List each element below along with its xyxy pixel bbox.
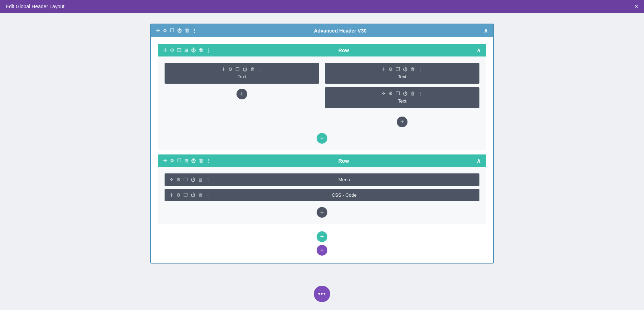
add-element-row2-button[interactable]: +	[317, 207, 327, 218]
el3-trash-icon[interactable]: 🗑	[410, 91, 415, 96]
row1-trash-icon[interactable]: 🗑	[199, 48, 203, 53]
text-element-1-label: Text	[170, 74, 314, 79]
text-element-2-toolbar: ✛ ⚙ ❐ ⏻ 🗑 ⋮	[330, 67, 474, 72]
main-content: ✛ ⚙ ❐ ⏻ 🗑 ⋮ Advanced Header V30 ∧ ✛	[0, 13, 644, 310]
el2-move-icon[interactable]: ✛	[382, 67, 386, 72]
css-copy-icon[interactable]: ❐	[184, 192, 188, 198]
copy-icon[interactable]: ❐	[170, 28, 174, 33]
add-element-row2-btn-row: +	[165, 207, 479, 218]
menu-power-icon[interactable]: ⏻	[191, 177, 195, 182]
row1-move-icon[interactable]: ✛	[163, 48, 167, 53]
menu-element: ✛ ⚙ ❐ ⏻ 🗑 ⋮ Menu	[165, 173, 479, 186]
row1-copy-icon[interactable]: ❐	[177, 48, 181, 53]
row2-title: Row	[211, 158, 477, 164]
text-element-3: ✛ ⚙ ❐ ⏻ 🗑 ⋮ Text	[325, 87, 479, 108]
el1-power-icon[interactable]: ⏻	[243, 67, 247, 72]
advanced-header-title: Advanced Header V30	[197, 28, 484, 34]
row2-columns-icon[interactable]: ⊞	[184, 158, 188, 163]
row2-gear-icon[interactable]: ⚙	[170, 158, 174, 163]
el3-copy-icon[interactable]: ❐	[396, 91, 400, 96]
menu-trash-icon[interactable]: 🗑	[198, 177, 203, 182]
text-element-1: ✛ ⚙ ❐ ⏻ 🗑 ⋮ Text	[165, 63, 319, 84]
row2-collapse-button[interactable]: ∧	[477, 157, 481, 164]
row-block-2: ✛ ⚙ ❐ ⊞ ⏻ 🗑 ⋮ Row ∧	[158, 154, 486, 224]
collapse-advanced-header-button[interactable]: ∧	[484, 27, 488, 34]
row2-move-icon[interactable]: ✛	[163, 158, 167, 163]
trash-icon[interactable]: 🗑	[185, 28, 189, 33]
el1-copy-icon[interactable]: ❐	[235, 67, 240, 72]
add-btn-row-col-right: +	[325, 117, 479, 127]
add-element-col-right-button[interactable]: +	[397, 117, 408, 127]
el1-move-icon[interactable]: ✛	[221, 67, 225, 72]
text-element-3-toolbar: ✛ ⚙ ❐ ⏻ 🗑 ⋮	[330, 91, 474, 96]
text-element-1-toolbar: ✛ ⚙ ❐ ⏻ 🗑 ⋮	[170, 67, 314, 72]
row1-gear-icon[interactable]: ⚙	[170, 48, 174, 53]
row1-col-left: ✛ ⚙ ❐ ⏻ 🗑 ⋮ Text	[165, 63, 319, 127]
gear-icon[interactable]: ⚙	[163, 28, 167, 33]
row1-power-icon[interactable]: ⏻	[191, 48, 196, 53]
row1-icons: ✛ ⚙ ❐ ⊞ ⏻ 🗑 ⋮	[163, 48, 211, 53]
more-options-button[interactable]: •••	[314, 286, 330, 302]
el1-trash-icon[interactable]: 🗑	[250, 67, 255, 72]
bottom-buttons: + +	[158, 228, 486, 256]
menu-more-icon[interactable]: ⋮	[206, 177, 210, 182]
row1-two-col: ✛ ⚙ ❐ ⏻ 🗑 ⋮ Text	[165, 63, 479, 127]
row2-header: ✛ ⚙ ❐ ⊞ ⏻ 🗑 ⋮ Row ∧	[158, 154, 486, 167]
menu-element-toolbar: ✛ ⚙ ❐ ⏻ 🗑 ⋮	[170, 177, 210, 182]
css-gear-icon[interactable]: ⚙	[176, 192, 181, 198]
css-element-toolbar: ✛ ⚙ ❐ ⏻ 🗑 ⋮	[170, 192, 210, 198]
text-element-3-label: Text	[330, 98, 474, 104]
el2-more-icon[interactable]: ⋮	[418, 67, 423, 72]
row1-more-icon[interactable]: ⋮	[206, 48, 211, 53]
css-power-icon[interactable]: ⏻	[191, 192, 195, 198]
close-button[interactable]: ×	[634, 3, 638, 10]
row2-copy-icon[interactable]: ❐	[177, 158, 181, 163]
el2-gear-icon[interactable]: ⚙	[389, 67, 393, 72]
row2-icons: ✛ ⚙ ❐ ⊞ ⏻ 🗑 ⋮	[163, 158, 211, 163]
add-section-button[interactable]: +	[317, 245, 327, 256]
el3-move-icon[interactable]: ✛	[382, 91, 386, 96]
el1-more-icon[interactable]: ⋮	[258, 67, 262, 72]
css-move-icon[interactable]: ✛	[170, 192, 174, 198]
el2-copy-icon[interactable]: ❐	[396, 67, 400, 72]
el3-gear-icon[interactable]: ⚙	[389, 91, 393, 96]
css-trash-icon[interactable]: 🗑	[198, 192, 203, 198]
add-element-col-left-button[interactable]: +	[236, 89, 247, 99]
add-btn-row-col-left: +	[165, 89, 319, 99]
layout-container: ✛ ⚙ ❐ ⏻ 🗑 ⋮ Advanced Header V30 ∧ ✛	[150, 24, 494, 302]
row2-power-icon[interactable]: ⏻	[191, 158, 196, 163]
el3-more-icon[interactable]: ⋮	[418, 91, 423, 96]
more-icon[interactable]: ⋮	[192, 28, 197, 33]
advanced-header-bar: ✛ ⚙ ❐ ⏻ 🗑 ⋮ Advanced Header V30 ∧	[151, 24, 493, 37]
row1-columns-icon[interactable]: ⊞	[184, 48, 188, 53]
menu-move-icon[interactable]: ✛	[170, 177, 174, 182]
add-col-btn-row: +	[165, 133, 479, 144]
row1-collapse-button[interactable]: ∧	[477, 47, 481, 54]
advanced-header-content: ✛ ⚙ ❐ ⊞ ⏻ 🗑 ⋮ Row ∧	[151, 37, 493, 263]
menu-gear-icon[interactable]: ⚙	[176, 177, 181, 182]
add-row-button[interactable]: +	[317, 231, 327, 242]
power-icon[interactable]: ⏻	[177, 28, 182, 33]
css-code-element: ✛ ⚙ ❐ ⏻ 🗑 ⋮ CSS - Code	[165, 189, 479, 201]
row-block-1: ✛ ⚙ ❐ ⊞ ⏻ 🗑 ⋮ Row ∧	[158, 44, 486, 150]
el2-trash-icon[interactable]: 🗑	[410, 67, 415, 72]
row2-trash-icon[interactable]: 🗑	[199, 158, 203, 163]
advanced-header-block: ✛ ⚙ ❐ ⏻ 🗑 ⋮ Advanced Header V30 ∧ ✛	[150, 24, 494, 264]
el2-power-icon[interactable]: ⏻	[403, 67, 408, 72]
row2-more-icon[interactable]: ⋮	[206, 158, 211, 163]
text-element-2: ✛ ⚙ ❐ ⏻ 🗑 ⋮ Text	[325, 63, 479, 84]
more-options-row: •••	[150, 275, 494, 302]
row1-title: Row	[211, 48, 477, 53]
css-more-icon[interactable]: ⋮	[206, 192, 210, 198]
row1-header: ✛ ⚙ ❐ ⊞ ⏻ 🗑 ⋮ Row ∧	[158, 44, 486, 56]
row2-content: ✛ ⚙ ❐ ⏻ 🗑 ⋮ Menu ✛	[158, 167, 486, 224]
add-column-button[interactable]: +	[317, 133, 327, 144]
menu-element-label: Menu	[214, 177, 474, 182]
row1-content: ✛ ⚙ ❐ ⏻ 🗑 ⋮ Text	[158, 56, 486, 150]
move-icon[interactable]: ✛	[156, 28, 160, 33]
el3-power-icon[interactable]: ⏻	[403, 91, 408, 96]
css-element-label: CSS - Code	[214, 192, 474, 198]
text-element-2-label: Text	[330, 74, 474, 79]
el1-gear-icon[interactable]: ⚙	[228, 67, 233, 72]
menu-copy-icon[interactable]: ❐	[184, 177, 188, 182]
